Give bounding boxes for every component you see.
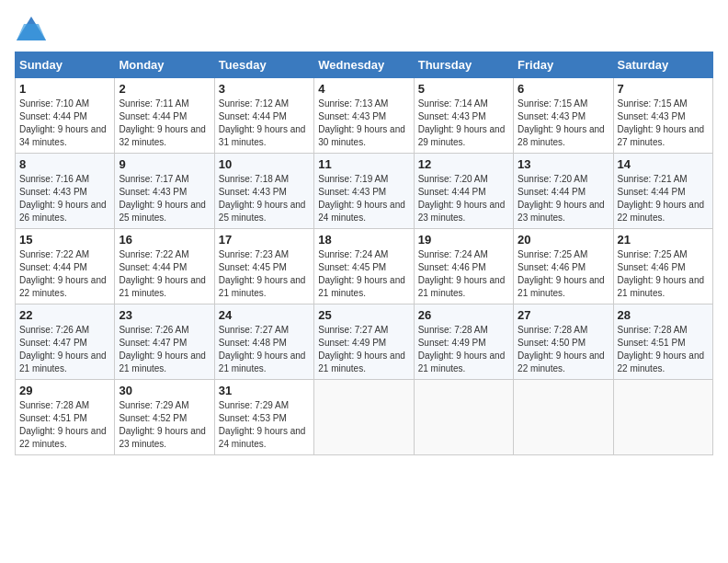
table-row: 13 Sunrise: 7:20 AMSunset: 4:44 PMDaylig… [514, 154, 613, 229]
day-info: Sunrise: 7:18 AMSunset: 4:43 PMDaylight:… [219, 174, 306, 223]
table-row: 24 Sunrise: 7:27 AMSunset: 4:48 PMDaylig… [214, 304, 313, 380]
day-number: 6 [518, 82, 609, 96]
table-row: 10 Sunrise: 7:18 AMSunset: 4:43 PMDaylig… [214, 154, 313, 229]
table-row: 30 Sunrise: 7:29 AMSunset: 4:52 PMDaylig… [115, 380, 214, 455]
day-number: 16 [119, 233, 210, 247]
day-info: Sunrise: 7:27 AMSunset: 4:49 PMDaylight:… [318, 325, 405, 373]
day-info: Sunrise: 7:26 AMSunset: 4:47 PMDaylight:… [119, 325, 206, 373]
day-number: 4 [318, 82, 409, 96]
page-header [15, 15, 713, 42]
table-row: 19 Sunrise: 7:24 AMSunset: 4:46 PMDaylig… [414, 229, 513, 304]
table-row: 27 Sunrise: 7:28 AMSunset: 4:50 PMDaylig… [514, 304, 613, 380]
day-number: 12 [418, 157, 509, 171]
day-info: Sunrise: 7:22 AMSunset: 4:44 PMDaylight:… [19, 249, 107, 298]
day-info: Sunrise: 7:15 AMSunset: 4:43 PMDaylight:… [518, 98, 605, 147]
table-row: 6 Sunrise: 7:15 AMSunset: 4:43 PMDayligh… [514, 78, 613, 154]
day-info: Sunrise: 7:13 AMSunset: 4:43 PMDaylight:… [318, 98, 405, 147]
table-row: 23 Sunrise: 7:26 AMSunset: 4:47 PMDaylig… [115, 304, 214, 380]
day-info: Sunrise: 7:21 AMSunset: 4:44 PMDaylight:… [618, 174, 705, 223]
col-thursday: Thursday [414, 52, 513, 78]
calendar-body: 1 Sunrise: 7:10 AMSunset: 4:44 PMDayligh… [16, 78, 713, 455]
day-number: 5 [418, 82, 509, 96]
day-number: 11 [318, 157, 409, 171]
calendar-week-1: 1 Sunrise: 7:10 AMSunset: 4:44 PMDayligh… [16, 78, 713, 154]
calendar-header: Sunday Monday Tuesday Wednesday Thursday… [16, 52, 713, 78]
day-number: 22 [19, 308, 110, 322]
calendar-table: Sunday Monday Tuesday Wednesday Thursday… [15, 52, 713, 455]
day-number: 10 [219, 157, 310, 171]
day-number: 3 [219, 82, 310, 96]
day-info: Sunrise: 7:23 AMSunset: 4:45 PMDaylight:… [219, 249, 306, 298]
table-row [514, 380, 613, 455]
table-row: 1 Sunrise: 7:10 AMSunset: 4:44 PMDayligh… [16, 78, 115, 154]
day-info: Sunrise: 7:20 AMSunset: 4:44 PMDaylight:… [418, 174, 506, 223]
day-number: 30 [119, 384, 210, 397]
table-row: 28 Sunrise: 7:28 AMSunset: 4:51 PMDaylig… [613, 304, 712, 380]
day-info: Sunrise: 7:29 AMSunset: 4:52 PMDaylight:… [119, 400, 206, 449]
day-number: 23 [119, 308, 210, 322]
table-row: 12 Sunrise: 7:20 AMSunset: 4:44 PMDaylig… [414, 154, 513, 229]
table-row: 31 Sunrise: 7:29 AMSunset: 4:53 PMDaylig… [214, 380, 313, 455]
day-number: 15 [19, 233, 110, 247]
table-row: 9 Sunrise: 7:17 AMSunset: 4:43 PMDayligh… [115, 154, 214, 229]
day-number: 26 [418, 308, 509, 322]
day-number: 27 [518, 308, 609, 322]
calendar-week-4: 22 Sunrise: 7:26 AMSunset: 4:47 PMDaylig… [16, 304, 713, 380]
table-row: 26 Sunrise: 7:28 AMSunset: 4:49 PMDaylig… [414, 304, 513, 380]
table-row: 14 Sunrise: 7:21 AMSunset: 4:44 PMDaylig… [613, 154, 712, 229]
table-row: 5 Sunrise: 7:14 AMSunset: 4:43 PMDayligh… [414, 78, 513, 154]
day-number: 21 [618, 233, 709, 247]
calendar-week-5: 29 Sunrise: 7:28 AMSunset: 4:51 PMDaylig… [16, 380, 713, 455]
day-info: Sunrise: 7:19 AMSunset: 4:43 PMDaylight:… [318, 174, 405, 223]
header-row: Sunday Monday Tuesday Wednesday Thursday… [16, 52, 713, 78]
logo-icon [15, 15, 48, 42]
table-row: 18 Sunrise: 7:24 AMSunset: 4:45 PMDaylig… [314, 229, 414, 304]
table-row: 4 Sunrise: 7:13 AMSunset: 4:43 PMDayligh… [314, 78, 414, 154]
day-info: Sunrise: 7:28 AMSunset: 4:51 PMDaylight:… [618, 325, 705, 373]
day-info: Sunrise: 7:14 AMSunset: 4:43 PMDaylight:… [418, 98, 506, 147]
day-info: Sunrise: 7:28 AMSunset: 4:50 PMDaylight:… [518, 325, 605, 373]
table-row: 7 Sunrise: 7:15 AMSunset: 4:43 PMDayligh… [613, 78, 712, 154]
day-number: 7 [618, 82, 709, 96]
day-number: 14 [618, 157, 709, 171]
logo [15, 15, 51, 42]
day-info: Sunrise: 7:24 AMSunset: 4:45 PMDaylight:… [318, 249, 405, 298]
day-number: 18 [318, 233, 409, 247]
day-info: Sunrise: 7:12 AMSunset: 4:44 PMDaylight:… [219, 98, 306, 147]
table-row: 3 Sunrise: 7:12 AMSunset: 4:44 PMDayligh… [214, 78, 313, 154]
table-row: 21 Sunrise: 7:25 AMSunset: 4:46 PMDaylig… [613, 229, 712, 304]
day-info: Sunrise: 7:11 AMSunset: 4:44 PMDaylight:… [119, 98, 206, 147]
calendar-week-3: 15 Sunrise: 7:22 AMSunset: 4:44 PMDaylig… [16, 229, 713, 304]
table-row: 17 Sunrise: 7:23 AMSunset: 4:45 PMDaylig… [214, 229, 313, 304]
day-number: 1 [19, 82, 110, 96]
table-row: 25 Sunrise: 7:27 AMSunset: 4:49 PMDaylig… [314, 304, 414, 380]
table-row: 29 Sunrise: 7:28 AMSunset: 4:51 PMDaylig… [16, 380, 115, 455]
table-row [314, 380, 414, 455]
table-row [414, 380, 513, 455]
day-number: 19 [418, 233, 509, 247]
day-info: Sunrise: 7:15 AMSunset: 4:43 PMDaylight:… [618, 98, 705, 147]
day-number: 29 [19, 384, 110, 397]
table-row: 22 Sunrise: 7:26 AMSunset: 4:47 PMDaylig… [16, 304, 115, 380]
table-row [613, 380, 712, 455]
svg-marker-1 [17, 24, 46, 40]
day-info: Sunrise: 7:25 AMSunset: 4:46 PMDaylight:… [518, 249, 605, 298]
table-row: 16 Sunrise: 7:22 AMSunset: 4:44 PMDaylig… [115, 229, 214, 304]
day-number: 8 [19, 157, 110, 171]
day-info: Sunrise: 7:24 AMSunset: 4:46 PMDaylight:… [418, 249, 506, 298]
day-info: Sunrise: 7:25 AMSunset: 4:46 PMDaylight:… [618, 249, 705, 298]
day-info: Sunrise: 7:28 AMSunset: 4:49 PMDaylight:… [418, 325, 506, 373]
day-info: Sunrise: 7:16 AMSunset: 4:43 PMDaylight:… [19, 174, 107, 223]
day-info: Sunrise: 7:29 AMSunset: 4:53 PMDaylight:… [219, 400, 306, 449]
day-info: Sunrise: 7:10 AMSunset: 4:44 PMDaylight:… [19, 98, 107, 147]
col-saturday: Saturday [613, 52, 712, 78]
day-info: Sunrise: 7:27 AMSunset: 4:48 PMDaylight:… [219, 325, 306, 373]
day-info: Sunrise: 7:17 AMSunset: 4:43 PMDaylight:… [119, 174, 206, 223]
day-number: 9 [119, 157, 210, 171]
calendar-week-2: 8 Sunrise: 7:16 AMSunset: 4:43 PMDayligh… [16, 154, 713, 229]
col-sunday: Sunday [16, 52, 115, 78]
day-info: Sunrise: 7:20 AMSunset: 4:44 PMDaylight:… [518, 174, 605, 223]
day-number: 13 [518, 157, 609, 171]
col-tuesday: Tuesday [214, 52, 313, 78]
table-row: 2 Sunrise: 7:11 AMSunset: 4:44 PMDayligh… [115, 78, 214, 154]
